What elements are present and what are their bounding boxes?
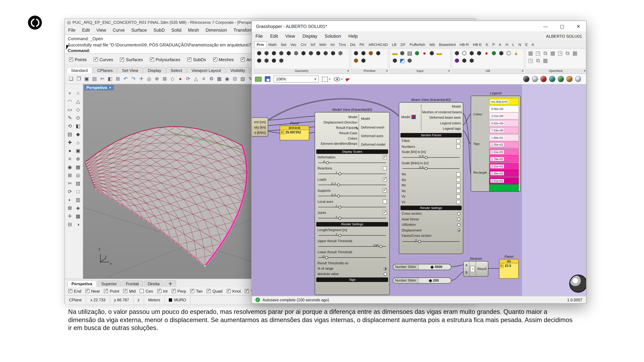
- toolbar-icon[interactable]: ⚙: [208, 75, 215, 82]
- status-layer[interactable]: MURO: [165, 296, 190, 304]
- radio-button[interactable]: [457, 229, 460, 232]
- tool-icon[interactable]: ≡: [66, 155, 74, 163]
- slider[interactable]: 2: [402, 239, 460, 245]
- component-icon[interactable]: ⬢: [337, 50, 344, 57]
- filter-checkbox[interactable]: [94, 57, 98, 61]
- component-tab[interactable]: H: [504, 42, 510, 48]
- component-icon[interactable]: ⬡: [505, 50, 512, 57]
- toolbar-icon[interactable]: ●: [176, 75, 184, 82]
- render-option[interactable]: Cross section: [399, 211, 463, 217]
- component-tab[interactable]: Vec: [288, 42, 298, 48]
- display-checkbox[interactable]: [383, 166, 387, 170]
- component-icon[interactable]: ◩: [399, 57, 406, 64]
- tool-icon[interactable]: ◉: [66, 163, 74, 171]
- force-component-option[interactable]: My: [399, 177, 463, 183]
- rhino-menu-item[interactable]: Dimension: [202, 27, 230, 32]
- radio-button[interactable]: [457, 218, 460, 221]
- slider[interactable]: 0: [318, 254, 386, 261]
- force-component-option[interactable]: Mz: [399, 183, 463, 188]
- ribbon-group-label[interactable]: OpenNest: [526, 68, 586, 73]
- component-icon[interactable]: ⬢: [414, 50, 421, 57]
- toolbar-icon[interactable]: ◧: [106, 75, 114, 82]
- tool-icon[interactable]: △: [74, 97, 82, 105]
- component-icon[interactable]: ⬢: [453, 57, 461, 64]
- component-tab[interactable]: Msh: [317, 42, 328, 48]
- osnap-option[interactable]: Quad: [206, 289, 222, 293]
- component-icon[interactable]: ●: [421, 50, 428, 57]
- component-icon[interactable]: ●: [483, 50, 490, 57]
- input-param[interactable]: Model: [401, 115, 416, 119]
- filter-checkbox[interactable]: [241, 57, 245, 61]
- component-icon[interactable]: ⬢: [278, 57, 285, 64]
- toolbar-icon[interactable]: ◎: [146, 75, 153, 82]
- component-icon[interactable]: ⬢: [461, 57, 468, 64]
- viewport-tab[interactable]: Direita: [144, 280, 164, 287]
- toolbar-icon[interactable]: ↷: [130, 75, 137, 82]
- component-icon[interactable]: ⬢: [256, 57, 263, 64]
- component-icon[interactable]: ◳: [534, 50, 542, 57]
- legend-component[interactable]: Legend Colour Tags Rectangle res.disp.[c…: [471, 96, 521, 192]
- slider[interactable]: 1: [318, 215, 386, 221]
- save-file-icon[interactable]: [265, 76, 270, 82]
- component-tab[interactable]: E: [523, 42, 530, 48]
- viewport-tab[interactable]: ✛: [164, 280, 176, 287]
- output-param[interactable]: Meshes of rendered beams: [422, 109, 461, 115]
- radio-button[interactable]: [384, 267, 387, 270]
- component-icon[interactable]: ⧉: [542, 50, 549, 57]
- osnap-checkbox[interactable]: [245, 289, 249, 293]
- osnap-checkbox[interactable]: [226, 289, 230, 293]
- component-icon[interactable]: ▦: [549, 50, 556, 57]
- osnap-option[interactable]: Perp: [172, 289, 186, 293]
- component-icon[interactable]: ⬢: [285, 50, 292, 57]
- render-option[interactable]: Displacement: [399, 228, 463, 233]
- rhino-menu-item[interactable]: View: [93, 27, 109, 32]
- toolbar-icon[interactable]: ⊕: [153, 75, 160, 82]
- output-param[interactable]: Model: [422, 104, 461, 109]
- osnap-option[interactable]: End: [68, 289, 81, 293]
- component-icon[interactable]: ⬢: [352, 50, 360, 57]
- menu-item[interactable]: Solution: [321, 34, 345, 38]
- osnap-checkbox[interactable]: [140, 289, 144, 293]
- slider-knob[interactable]: [425, 167, 428, 170]
- status-cplane[interactable]: CPlane: [65, 296, 86, 304]
- preview-mode-sphere-icon[interactable]: [566, 76, 572, 82]
- force-component-option[interactable]: Nx: [399, 188, 463, 194]
- slider-knob[interactable]: [337, 194, 340, 197]
- slider-knob[interactable]: [337, 183, 340, 186]
- component-tab[interactable]: Int: [328, 42, 336, 48]
- toolbar-icon[interactable]: ✛: [138, 75, 145, 82]
- slider-knob[interactable]: [338, 234, 341, 237]
- tool-icon[interactable]: ●: [66, 146, 74, 155]
- slider[interactable]: 1: [318, 232, 386, 239]
- checkbox[interactable]: [456, 145, 460, 149]
- force-option[interactable]: Filled: [399, 138, 463, 144]
- slider[interactable]: 0.5: [402, 154, 460, 161]
- input-param[interactable]: Displacement Direction: [316, 120, 358, 125]
- input-param[interactable]: Result-Factors: [316, 125, 358, 131]
- render-option[interactable]: Axial Stress: [399, 217, 463, 222]
- ribbon-group-label[interactable]: Input: [390, 68, 450, 73]
- checkbox[interactable]: [456, 194, 460, 198]
- component-icon[interactable]: ⬢: [263, 50, 270, 57]
- component-icon[interactable]: ⬢: [330, 50, 337, 57]
- force-component-option[interactable]: Vz: [399, 199, 463, 205]
- slider-track[interactable]: 200: [418, 278, 451, 283]
- tool-icon[interactable]: ▤: [66, 130, 74, 138]
- radio-button[interactable]: [457, 223, 460, 227]
- render-option[interactable]: Utilization: [399, 222, 463, 228]
- ribbon-group-label[interactable]: Primitive: [351, 68, 388, 73]
- component-tab[interactable]: P: [490, 42, 497, 48]
- component-tab[interactable]: L: [510, 42, 516, 48]
- slider[interactable]: 100: [318, 243, 386, 250]
- checkbox[interactable]: [456, 200, 460, 204]
- filter-option[interactable]: Polysurfaces: [150, 57, 180, 62]
- output-param[interactable]: e [kNm]: [252, 130, 268, 135]
- input-param[interactable]: Result-Case: [316, 131, 358, 136]
- chevron-down-icon[interactable]: ▾: [341, 77, 343, 81]
- slider[interactable]: 1: [318, 171, 386, 177]
- filter-option[interactable]: Curves: [94, 57, 113, 62]
- tool-icon[interactable]: ▦: [74, 163, 82, 171]
- sketch-pen-icon[interactable]: [345, 77, 351, 81]
- component-tab[interactable]: LB: [390, 42, 398, 48]
- slider[interactable]: 0.2: [318, 182, 386, 188]
